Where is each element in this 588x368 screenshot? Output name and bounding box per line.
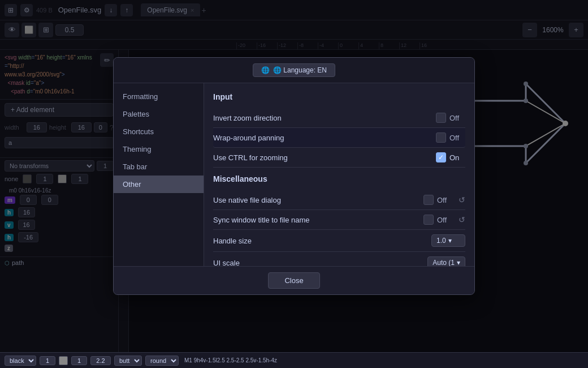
native-dialog-value: Off [437, 196, 453, 204]
bottom-bar: black butt round M1 9h4v-1.5l2.5 2.5-2.5… [0, 352, 588, 368]
dialog-sidebar: Formatting Palettes Shortcuts Theming Ta… [114, 83, 204, 266]
native-dialog-label: Use native file dialog [213, 196, 423, 204]
sidebar-item-shortcuts[interactable]: Shortcuts [114, 123, 204, 140]
handle-size-value: 1.0 [436, 237, 446, 245]
native-dialog-toggle[interactable]: Off ↺ [423, 195, 465, 205]
sidebar-item-palettes[interactable]: Palettes [114, 105, 204, 123]
invert-zoom-label: Invert zoom direction [213, 114, 436, 122]
sync-title-toggle[interactable]: Off ↺ [423, 215, 465, 225]
wrap-panning-row[interactable]: Wrap-around panning Off [213, 128, 465, 148]
sidebar-item-tabbar[interactable]: Tab bar [114, 158, 204, 176]
wrap-panning-label: Wrap-around panning [213, 134, 436, 142]
checkmark-icon: ✓ [438, 154, 444, 161]
stroke-color-swatch[interactable] [59, 356, 68, 365]
path-data-display: M1 9h4v-1.5l2.5 2.5-2.5 2.5v-1.5h-4z [184, 357, 277, 363]
ui-scale-chevron-icon: ▾ [457, 259, 460, 266]
handle-size-row[interactable]: Handle size 1.0 ▾ [213, 230, 465, 252]
sync-title-label: Sync window title to file name [213, 216, 423, 224]
misc-section: Miscellaneous Use native file dialog Off… [213, 174, 465, 266]
native-dialog-reset-icon[interactable]: ↺ [459, 195, 465, 204]
native-dialog-row[interactable]: Use native file dialog Off ↺ [213, 190, 465, 210]
ctrl-zoom-toggle[interactable]: ✓ On [436, 152, 465, 162]
sidebar-item-formatting[interactable]: Formatting [114, 88, 204, 105]
dialog-footer: Close [114, 266, 474, 294]
ctrl-zoom-row[interactable]: Use CTRL for zooming ✓ On [213, 148, 465, 168]
language-icon: 🌐 [261, 66, 270, 74]
native-dialog-checkbox[interactable] [423, 195, 434, 205]
dialog-body: Formatting Palettes Shortcuts Theming Ta… [114, 83, 474, 266]
handle-size-select[interactable]: 1.0 ▾ [431, 234, 465, 247]
invert-zoom-checkbox[interactable] [436, 113, 446, 123]
sync-title-value: Off [437, 216, 453, 224]
close-button[interactable]: Close [268, 272, 319, 289]
ui-scale-select[interactable]: Auto (1 ▾ [427, 256, 465, 266]
invert-zoom-row[interactable]: Invert zoom direction Off [213, 108, 465, 128]
stroke-width-input[interactable] [90, 356, 111, 365]
wrap-panning-value: Off [449, 134, 465, 142]
sync-title-reset-icon[interactable]: ↺ [459, 215, 465, 224]
language-label: 🌐 Language: EN [273, 66, 327, 74]
handle-size-chevron-icon: ▾ [448, 237, 452, 245]
sidebar-item-other[interactable]: Other [114, 176, 204, 193]
invert-zoom-value: Off [449, 114, 465, 122]
ui-scale-label: UI scale [213, 259, 427, 267]
ctrl-zoom-label: Use CTRL for zooming [213, 153, 436, 162]
invert-zoom-toggle[interactable]: Off [436, 113, 465, 123]
sidebar-item-theming[interactable]: Theming [114, 140, 204, 158]
fill-opacity[interactable] [40, 356, 55, 365]
sync-title-row[interactable]: Sync window title to file name Off ↺ [213, 210, 465, 230]
ctrl-zoom-value: On [449, 153, 465, 162]
ctrl-zoom-checkbox[interactable]: ✓ [436, 152, 446, 162]
stroke-type-select[interactable]: butt [114, 356, 142, 366]
stroke-opacity[interactable] [71, 356, 87, 365]
preferences-dialog: 🌐 🌐 Language: EN Formatting Palettes Sho… [113, 57, 475, 295]
handle-size-label: Handle size [213, 237, 431, 245]
misc-section-title: Miscellaneous [213, 174, 465, 183]
language-button[interactable]: 🌐 🌐 Language: EN [253, 63, 335, 77]
dialog-overlay: 🌐 🌐 Language: EN Formatting Palettes Sho… [0, 0, 588, 352]
wrap-panning-checkbox[interactable] [436, 132, 446, 143]
dialog-main-content: Input Invert zoom direction Off Wrap-aro… [204, 83, 474, 266]
ui-scale-row[interactable]: UI scale Auto (1 ▾ [213, 252, 465, 266]
stroke-cap-select[interactable]: round [145, 356, 179, 366]
wrap-panning-toggle[interactable]: Off [436, 132, 465, 143]
input-section-title: Input [213, 92, 465, 101]
ui-scale-value: Auto (1 [433, 259, 455, 266]
fill-select[interactable]: black [5, 356, 36, 366]
dialog-header: 🌐 🌐 Language: EN [114, 58, 474, 83]
sync-title-checkbox[interactable] [423, 215, 434, 225]
